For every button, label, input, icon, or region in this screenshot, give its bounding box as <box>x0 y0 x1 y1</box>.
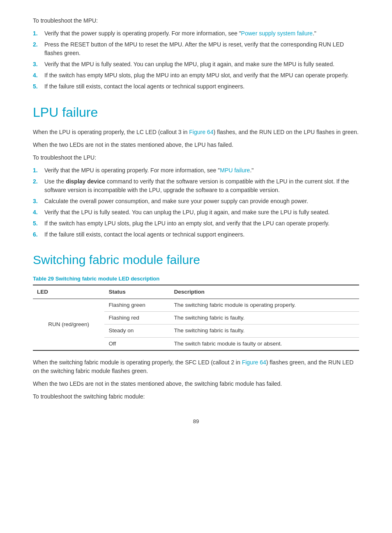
step-3-content: Verify that the MPU is fully seated. You… <box>44 60 359 69</box>
switching-table: LED Status Description RUN (red/green) F… <box>33 285 359 351</box>
lpu-step-3-content: Calculate the overall power consumption,… <box>44 197 359 206</box>
lpu-step-3: 3. Calculate the overall power consumpti… <box>33 197 359 206</box>
desc-off: The switch fabric module is faulty or ab… <box>170 337 359 350</box>
step-num-5: 5. <box>33 82 44 91</box>
step-1-content: Verify that the power supply is operatin… <box>44 29 359 38</box>
table-title: Table 29 Switching fabric module LED des… <box>33 275 359 283</box>
col-led: LED <box>33 285 104 299</box>
lpu-para1: When the LPU is operating properly, the … <box>33 128 359 137</box>
switching-para3: To troubleshoot the switching fabric mod… <box>33 392 359 401</box>
step-num-4: 4. <box>33 71 44 80</box>
lpu-step-5-content: If the switch has empty LPU slots, plug … <box>44 219 359 228</box>
table-header-row: LED Status Description <box>33 285 359 299</box>
lpu-step-num-2: 2. <box>33 177 44 195</box>
lpu-para3: To troubleshoot the LPU: <box>33 153 359 162</box>
lpu-step-num-4: 4. <box>33 208 44 217</box>
mpu-steps-list: 1. Verify that the power supply is opera… <box>33 29 359 91</box>
lpu-step-5: 5. If the switch has empty LPU slots, pl… <box>33 219 359 228</box>
lpu-step-1: 1. Verify that the MPU is operating prop… <box>33 166 359 175</box>
status-flashing-green: Flashing green <box>104 299 170 311</box>
step-num-3: 3. <box>33 60 44 69</box>
mpu-failure-link[interactable]: MPU failure <box>220 167 250 174</box>
lpu-section-title: LPU failure <box>33 102 359 122</box>
mpu-step-1: 1. Verify that the power supply is opera… <box>33 29 359 38</box>
mpu-step-5: 5. If the failure still exists, contact … <box>33 82 359 91</box>
page-number: 89 <box>33 417 359 426</box>
switching-section-title: Switching fabric module failure <box>33 250 359 269</box>
power-supply-link[interactable]: Power supply system failure <box>241 30 313 37</box>
lpu-step-4: 4. Verify that the LPU is fully seated. … <box>33 208 359 217</box>
lpu-step-2-content: Use the display device command to verify… <box>44 177 359 195</box>
status-off: Off <box>104 337 170 350</box>
switching-para2: When the two LEDs are not in the states … <box>33 380 359 388</box>
step-num-2: 2. <box>33 40 44 58</box>
lpu-step-num-5: 5. <box>33 219 44 228</box>
desc-flashing-red: The switching fabric is faulty. <box>170 312 359 324</box>
step-5-content: If the failure still exists, contact the… <box>44 82 359 91</box>
lpu-steps-list: 1. Verify that the MPU is operating prop… <box>33 166 359 239</box>
mpu-step-3: 3. Verify that the MPU is fully seated. … <box>33 60 359 69</box>
status-steady-on: Steady on <box>104 324 170 337</box>
lpu-step-1-content: Verify that the MPU is operating properl… <box>44 166 359 175</box>
switching-para1: When the switching fabric module is oper… <box>33 358 359 375</box>
display-device-cmd: display device <box>66 178 105 185</box>
lpu-step-6: 6. If the failure still exists, contact … <box>33 230 359 239</box>
led-label: RUN (red/green) <box>33 299 104 350</box>
lpu-figure64-link[interactable]: Figure 64 <box>189 129 213 135</box>
step-num-1: 1. <box>33 29 44 38</box>
lpu-step-num-6: 6. <box>33 230 44 239</box>
table-row: RUN (red/green) Flashing green The switc… <box>33 299 359 311</box>
lpu-para2: When the two LEDs are not in the states … <box>33 141 359 149</box>
status-flashing-red: Flashing red <box>104 312 170 324</box>
lpu-step-4-content: Verify that the LPU is fully seated. You… <box>44 208 359 217</box>
step-4-content: If the switch has empty MPU slots, plug … <box>44 71 359 80</box>
lpu-step-6-content: If the failure still exists, contact the… <box>44 230 359 239</box>
col-description: Description <box>170 285 359 299</box>
desc-steady-on: The switching fabric is faulty. <box>170 324 359 337</box>
lpu-step-num-3: 3. <box>33 197 44 206</box>
step-2-content: Press the RESET button of the MPU to res… <box>44 40 359 58</box>
mpu-step-4: 4. If the switch has empty MPU slots, pl… <box>33 71 359 80</box>
switching-figure64-link[interactable]: Figure 64 <box>242 359 266 366</box>
desc-flashing-green: The switching fabric module is operating… <box>170 299 359 311</box>
lpu-step-num-1: 1. <box>33 166 44 175</box>
mpu-step-2: 2. Press the RESET button of the MPU to … <box>33 40 359 58</box>
lpu-step-2: 2. Use the display device command to ver… <box>33 177 359 195</box>
intro-text: To troubleshoot the MPU: <box>33 16 359 25</box>
col-status: Status <box>104 285 170 299</box>
